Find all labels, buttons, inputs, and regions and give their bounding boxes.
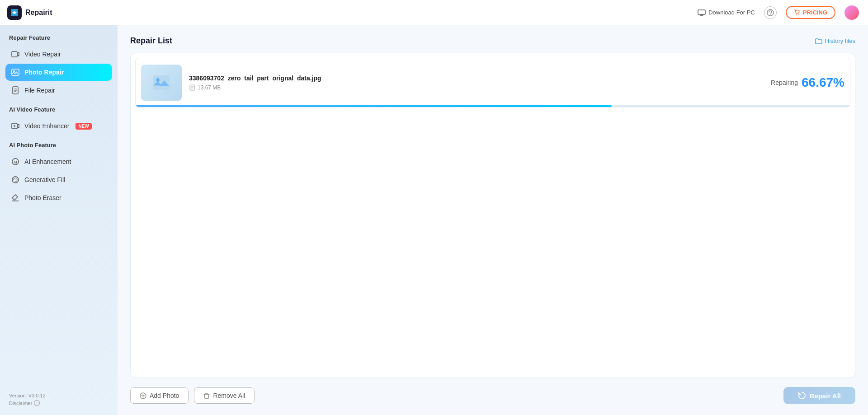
photo-eraser-icon <box>11 193 20 202</box>
help-button[interactable] <box>764 6 777 19</box>
toolbar-left: Add Photo Remove All <box>130 387 255 404</box>
info-icon: i <box>34 400 40 406</box>
file-repair-icon <box>11 86 20 95</box>
remove-all-button[interactable]: Remove All <box>194 387 255 404</box>
repair-list-header: Repair List History files <box>130 36 855 46</box>
sidebar-item-ai-enhancement[interactable]: AI AI Enhancement <box>5 153 112 170</box>
sidebar: Repair Feature Video Repair <box>0 25 118 415</box>
svg-rect-6 <box>12 51 17 57</box>
progress-bar-fill <box>136 105 612 107</box>
ai-enhancement-icon: AI <box>11 157 20 166</box>
sidebar-bottom: Version: V3.0.12 Disclaimer i <box>5 393 112 406</box>
svg-point-3 <box>770 14 771 15</box>
sidebar-item-photo-repair[interactable]: Photo Repair <box>5 64 112 81</box>
sidebar-ai-photo-section: AI Photo Feature AI AI Enhancement <box>5 142 112 206</box>
video-enhancer-icon <box>11 121 20 131</box>
cart-icon <box>794 9 800 16</box>
sidebar-ai-video-section: AI Video Feature Video Enhancer NEW <box>5 106 112 135</box>
svg-point-4 <box>796 14 797 15</box>
generative-fill-label: Generative Fill <box>24 176 65 183</box>
generative-fill-icon <box>11 175 20 184</box>
svg-point-17 <box>156 78 160 82</box>
svg-rect-16 <box>153 75 170 90</box>
headset-icon <box>767 9 774 16</box>
pricing-button[interactable]: PRICING <box>786 6 835 19</box>
svg-point-13 <box>12 177 19 183</box>
file-status: Repairing 66.67% <box>771 75 844 90</box>
ai-enhancement-label: AI Enhancement <box>24 158 71 165</box>
svg-rect-1 <box>698 10 705 14</box>
main-layout: Repair Feature Video Repair <box>0 25 868 415</box>
add-photo-icon <box>140 392 146 399</box>
file-list-area: 3386093702_zero_tail_part_orignal_data.j… <box>130 53 855 378</box>
app-title: Repairit <box>25 9 52 17</box>
disclaimer-button[interactable]: Disclaimer i <box>9 400 108 406</box>
trash-icon <box>203 392 210 399</box>
ai-photo-feature-title: AI Photo Feature <box>9 142 108 149</box>
file-thumbnail <box>141 65 182 101</box>
photo-repair-icon <box>11 68 20 77</box>
sidebar-item-video-repair[interactable]: Video Repair <box>5 46 112 63</box>
sidebar-item-generative-fill[interactable]: Generative Fill <box>5 171 112 188</box>
repair-list-title: Repair List <box>130 36 172 46</box>
user-avatar[interactable] <box>844 5 859 20</box>
file-size: 13.67 MB <box>189 84 771 91</box>
video-enhancer-label: Video Enhancer <box>24 122 69 130</box>
svg-point-5 <box>798 14 799 15</box>
sidebar-repair-section: Repair Feature Video Repair <box>5 34 112 99</box>
bottom-toolbar: Add Photo Remove All Repair All <box>130 385 855 404</box>
version-text: Version: V3.0.12 <box>9 393 108 398</box>
logo-icon <box>7 5 22 20</box>
svg-point-8 <box>14 71 15 72</box>
video-repair-label: Video Repair <box>24 51 61 58</box>
repair-feature-title: Repair Feature <box>9 34 108 41</box>
video-repair-icon <box>11 50 20 59</box>
add-photo-button[interactable]: Add Photo <box>130 387 189 404</box>
progress-bar-container <box>136 105 850 107</box>
svg-text:AI: AI <box>14 160 17 164</box>
photo-repair-label: Photo Repair <box>24 69 64 76</box>
photo-eraser-label: Photo Eraser <box>24 194 61 201</box>
file-repair-label: File Repair <box>24 87 55 94</box>
progress-percent: 66.67% <box>802 75 844 90</box>
download-pc-button[interactable]: Download For PC <box>698 9 755 16</box>
repairing-label: Repairing <box>771 79 798 86</box>
app-header: Repairit Download For PC PRICING <box>0 0 868 25</box>
sidebar-content: Repair Feature Video Repair <box>5 34 112 214</box>
header-right: Download For PC PRICING <box>698 5 859 20</box>
repair-icon <box>798 392 806 400</box>
sidebar-item-file-repair[interactable]: File Repair <box>5 82 112 99</box>
file-size-icon <box>189 84 195 91</box>
file-item: 3386093702_zero_tail_part_orignal_data.j… <box>135 58 850 107</box>
repair-all-button[interactable]: Repair All <box>783 387 855 404</box>
monitor-icon <box>698 9 706 16</box>
svg-text:i: i <box>37 401 38 406</box>
file-name: 3386093702_zero_tail_part_orignal_data.j… <box>189 75 771 82</box>
photo-thumbnail-icon <box>151 73 171 93</box>
file-info: 3386093702_zero_tail_part_orignal_data.j… <box>189 75 771 91</box>
history-files-button[interactable]: History files <box>815 37 855 44</box>
ai-video-feature-title: AI Video Feature <box>9 106 108 113</box>
svg-rect-7 <box>12 69 19 75</box>
new-badge: NEW <box>75 123 91 130</box>
logo-area: Repairit <box>7 5 52 20</box>
sidebar-item-video-enhancer[interactable]: Video Enhancer NEW <box>5 117 112 135</box>
folder-icon <box>815 38 822 44</box>
sidebar-item-photo-eraser[interactable]: Photo Eraser <box>5 189 112 206</box>
main-content: Repair List History files <box>118 25 868 415</box>
svg-point-2 <box>767 9 774 16</box>
